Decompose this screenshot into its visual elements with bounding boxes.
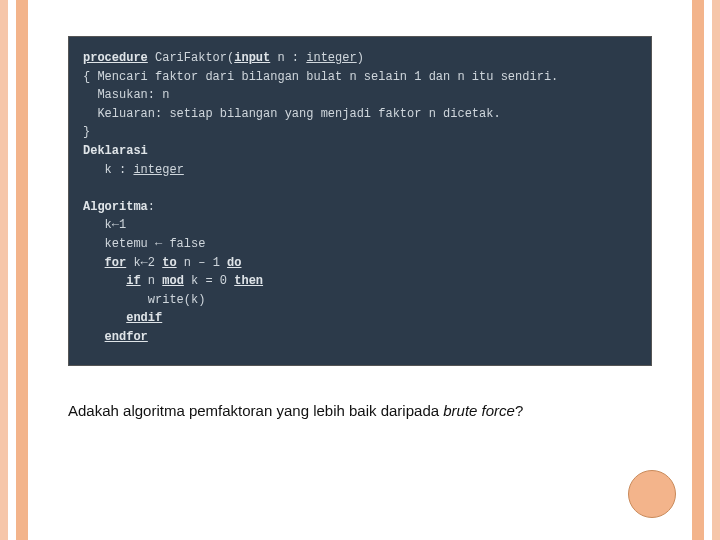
code-line: k←1 <box>83 218 126 232</box>
kw-procedure: procedure <box>83 51 148 65</box>
code-text <box>83 256 105 270</box>
question-text: Adakah algoritma pemfaktoran yang lebih … <box>68 402 652 419</box>
question-prefix: Adakah algoritma pemfaktoran yang lebih … <box>68 402 443 419</box>
right-border-stripes <box>692 0 720 540</box>
code-text: n – 1 <box>177 256 227 270</box>
code-text: CariFaktor( <box>148 51 234 65</box>
code-text: k : <box>83 163 133 177</box>
code-text: n : <box>270 51 306 65</box>
code-text: k = 0 <box>184 274 234 288</box>
kw-endif: endif <box>126 311 162 325</box>
kw-input: input <box>234 51 270 65</box>
code-line: Masukan: n <box>83 88 169 102</box>
stripe <box>16 0 28 540</box>
kw-if: if <box>126 274 140 288</box>
left-border-stripes <box>0 0 28 540</box>
code-line: { Mencari faktor dari bilangan bulat n s… <box>83 70 558 84</box>
stripe <box>0 0 8 540</box>
code-line: } <box>83 125 90 139</box>
stripe <box>712 0 720 540</box>
kw-for: for <box>105 256 127 270</box>
code-text <box>83 311 126 325</box>
stripe <box>704 0 712 540</box>
code-text <box>83 330 105 344</box>
kw-integer: integer <box>306 51 356 65</box>
kw-integer: integer <box>133 163 183 177</box>
question-tail: ? <box>515 402 523 419</box>
code-text: : <box>148 200 155 214</box>
section-deklarasi: Deklarasi <box>83 144 148 158</box>
code-line: write(k) <box>83 293 205 307</box>
kw-then: then <box>234 274 263 288</box>
stripe <box>692 0 704 540</box>
stripe <box>8 0 16 540</box>
question-emphasis: brute force <box>443 402 515 419</box>
kw-endfor: endfor <box>105 330 148 344</box>
slide-content: procedure CariFaktor(input n : integer) … <box>28 0 692 540</box>
code-text: n <box>141 274 163 288</box>
decorative-circle <box>628 470 676 518</box>
code-line: ketemu ← false <box>83 237 205 251</box>
code-text: k←2 <box>126 256 162 270</box>
kw-do: do <box>227 256 241 270</box>
kw-mod: mod <box>162 274 184 288</box>
code-line: Keluaran: setiap bilangan yang menjadi f… <box>83 107 501 121</box>
pseudocode-block: procedure CariFaktor(input n : integer) … <box>68 36 652 366</box>
code-text <box>83 274 126 288</box>
code-text: ) <box>357 51 364 65</box>
kw-to: to <box>162 256 176 270</box>
section-algoritma: Algoritma <box>83 200 148 214</box>
